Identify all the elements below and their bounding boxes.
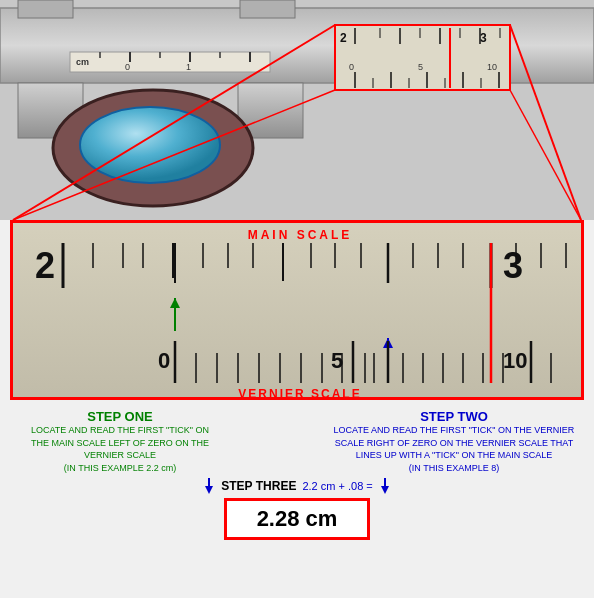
step-one-title: STEP ONE <box>10 409 230 424</box>
svg-marker-94 <box>205 486 213 494</box>
svg-rect-45 <box>13 223 584 400</box>
result-box: 2.28 cm <box>224 498 371 540</box>
svg-marker-96 <box>381 486 389 494</box>
main-scale-label: MAIN SCALE <box>248 228 353 242</box>
caliper-area: cm 0 1 2 3 0 5 10 <box>0 0 594 220</box>
svg-line-44 <box>510 90 581 220</box>
svg-text:0: 0 <box>349 62 354 72</box>
step-two-text: LOCATE AND READ THE FIRST "TICK" ON THE … <box>324 424 584 474</box>
svg-text:3: 3 <box>480 31 487 45</box>
svg-rect-1 <box>18 0 73 18</box>
svg-text:10: 10 <box>487 62 497 72</box>
svg-text:5: 5 <box>418 62 423 72</box>
step-one-text: LOCATE AND READ THE FIRST "TICK" ON THE … <box>10 424 230 474</box>
steps-row: STEP ONE LOCATE AND READ THE FIRST "TICK… <box>10 409 584 474</box>
caliper-svg: cm 0 1 2 3 0 5 10 <box>0 0 594 220</box>
step-two: STEP TWO LOCATE AND READ THE FIRST "TICK… <box>324 409 584 474</box>
step-one: STEP ONE LOCATE AND READ THE FIRST "TICK… <box>10 409 230 474</box>
svg-text:2: 2 <box>340 31 347 45</box>
step-three-value: 2.2 cm + .08 = <box>302 480 372 492</box>
vernier-num-0: 0 <box>158 348 170 373</box>
bottom-area: STEP ONE LOCATE AND READ THE FIRST "TICK… <box>0 400 594 545</box>
step-three-arrow2 <box>379 478 391 494</box>
vernier-scale-label: VERNIER SCALE <box>238 387 361 400</box>
step-two-title: STEP TWO <box>324 409 584 424</box>
ruler-zoom: MAIN SCALE 2 3 <box>10 220 584 400</box>
step-three-label: STEP THREE <box>221 479 296 493</box>
svg-text:1: 1 <box>186 62 191 72</box>
svg-rect-2 <box>240 0 295 18</box>
step-three-row: STEP THREE 2.2 cm + .08 = <box>203 478 390 494</box>
vernier-num-10: 10 <box>503 348 527 373</box>
step-three-arrow <box>203 478 215 494</box>
svg-text:0: 0 <box>125 62 130 72</box>
main-num-2: 2 <box>35 245 55 286</box>
main-num-3: 3 <box>503 245 523 286</box>
ruler-svg: MAIN SCALE 2 3 <box>13 223 584 400</box>
svg-text:cm: cm <box>76 57 89 67</box>
